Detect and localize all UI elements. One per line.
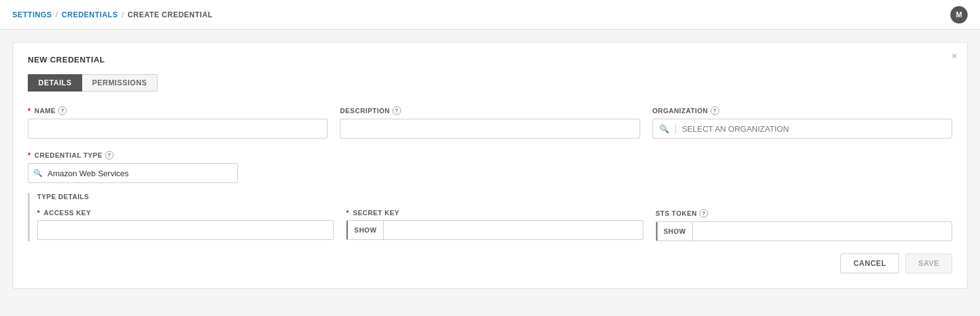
name-field-group: * NAME ? (28, 106, 327, 139)
access-key-required-star: * (37, 209, 40, 216)
tab-details[interactable]: DETAILS (28, 74, 82, 92)
sts-token-show-button[interactable]: SHOW (656, 222, 693, 241)
sts-token-label: STS TOKEN ? (656, 209, 952, 218)
sts-token-input[interactable] (693, 222, 952, 241)
card-title: NEW CREDENTIAL (28, 55, 952, 64)
tab-permissions[interactable]: PERMISSIONS (82, 74, 158, 92)
organization-help-icon[interactable]: ? (711, 106, 719, 115)
credential-type-group: * CREDENTIAL TYPE ? 🔍 (28, 151, 238, 183)
access-key-group: * ACCESS KEY (37, 209, 334, 241)
action-row: CANCEL SAVE (28, 254, 952, 273)
credential-type-search-icon: 🔍 (28, 169, 48, 177)
type-details-row: * ACCESS KEY * SECRET KEY SHOW (37, 209, 952, 241)
secret-key-label: * SECRET KEY (346, 209, 643, 216)
organization-input[interactable] (676, 119, 952, 138)
sts-token-show-wrapper: SHOW (656, 221, 952, 241)
secret-key-required-star: * (346, 209, 349, 216)
form-row-1: * NAME ? DESCRIPTION ? ORGANIZATION ? (28, 106, 952, 139)
cancel-button[interactable]: CANCEL (840, 254, 899, 273)
access-key-input[interactable] (37, 220, 334, 240)
name-help-icon[interactable]: ? (58, 106, 67, 115)
sts-token-group: STS TOKEN ? SHOW (656, 209, 952, 241)
description-help-icon[interactable]: ? (392, 106, 401, 115)
cred-type-required-star: * (28, 152, 31, 159)
credential-type-input[interactable] (48, 164, 237, 182)
description-label: DESCRIPTION ? (340, 106, 640, 115)
sts-token-help-icon[interactable]: ? (699, 209, 708, 218)
top-bar: SETTINGS / CREDENTIALS / CREATE CREDENTI… (0, 0, 980, 30)
page-content: NEW CREDENTIAL × DETAILS PERMISSIONS * N… (0, 30, 980, 301)
org-search-icon: 🔍 (653, 124, 676, 134)
access-key-label: * ACCESS KEY (37, 209, 334, 216)
secret-key-group: * SECRET KEY SHOW (346, 209, 643, 241)
breadcrumb-credentials[interactable]: CREDENTIALS (62, 11, 118, 19)
breadcrumb-separator-2: / (122, 11, 124, 19)
org-search-wrapper: 🔍 (653, 119, 952, 139)
secret-key-input[interactable] (384, 221, 643, 239)
organization-field-group: ORGANIZATION ? 🔍 (653, 106, 952, 139)
description-input[interactable] (340, 119, 640, 139)
credential-type-label: * CREDENTIAL TYPE ? (28, 151, 238, 160)
name-label: * NAME ? (28, 106, 327, 115)
name-required-star: * (28, 107, 31, 114)
breadcrumb-current: CREATE CREDENTIAL (128, 11, 213, 19)
organization-label: ORGANIZATION ? (653, 106, 952, 115)
secret-key-show-wrapper: SHOW (346, 220, 643, 240)
close-button[interactable]: × (952, 51, 957, 61)
description-field-group: DESCRIPTION ? (340, 106, 640, 139)
breadcrumb-separator-1: / (56, 11, 58, 19)
avatar[interactable]: M (950, 6, 968, 23)
credential-type-search-wrapper: 🔍 (28, 163, 238, 183)
breadcrumb: SETTINGS / CREDENTIALS / CREATE CREDENTI… (12, 11, 213, 19)
name-input[interactable] (28, 119, 327, 139)
credential-type-help-icon[interactable]: ? (105, 151, 114, 160)
tabs-container: DETAILS PERMISSIONS (28, 74, 952, 92)
type-details-section: TYPE DETAILS * ACCESS KEY * SECRET KEY (28, 193, 952, 241)
save-button[interactable]: SAVE (905, 254, 952, 273)
type-details-label: TYPE DETAILS (37, 193, 952, 200)
breadcrumb-settings[interactable]: SETTINGS (12, 11, 52, 19)
secret-key-show-button[interactable]: SHOW (347, 221, 383, 239)
new-credential-card: NEW CREDENTIAL × DETAILS PERMISSIONS * N… (12, 42, 968, 289)
credential-type-row: * CREDENTIAL TYPE ? 🔍 (28, 151, 952, 183)
